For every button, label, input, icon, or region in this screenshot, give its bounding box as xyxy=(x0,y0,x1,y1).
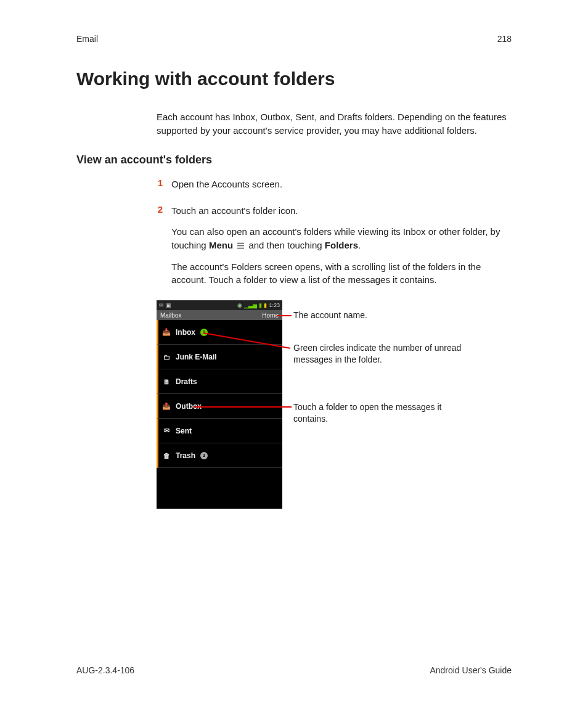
folder-trash[interactable]: 🗑 Trash 2 xyxy=(157,443,282,468)
step-body: Open the Accounts screen. xyxy=(171,178,512,199)
page-footer: AUG-2.3.4-106 Android User's Guide xyxy=(76,665,512,675)
page-title: Working with account folders xyxy=(76,68,512,89)
step-result: The account's Folders screen opens, with… xyxy=(171,260,512,287)
folder-inbox[interactable]: 📥 Inbox 1 xyxy=(157,320,282,345)
step-text: Open the Accounts screen. xyxy=(171,178,512,191)
subsection-heading: View an account's folders xyxy=(76,154,512,166)
folder-list: 📥 Inbox 1 🗀 Junk E-Mail 🗎 Drafts 📤 Outbo… xyxy=(157,320,282,468)
running-header: Email 218 xyxy=(76,34,512,44)
intro-paragraph: Each account has Inbox, Outbox, Sent, an… xyxy=(157,110,512,138)
doc-title: Android User's Guide xyxy=(430,665,512,675)
step-2: 2 Touch an account's folder icon. You ca… xyxy=(157,204,512,294)
folder-label: Inbox xyxy=(176,328,195,337)
sync-icon: ◉ xyxy=(237,302,242,308)
trash-icon: 🗑 xyxy=(162,451,171,460)
step-number: 1 xyxy=(157,178,163,199)
outbox-icon: 📤 xyxy=(162,402,171,411)
callout-account-name: The account name. xyxy=(293,310,466,321)
status-right-icons: ◉ ▁▃▅ ▮ ▮ 1:23 xyxy=(237,302,280,308)
step-text: Touch an account's folder icon. xyxy=(171,204,512,218)
folder-icon: 🗀 xyxy=(162,353,171,361)
callout-line xyxy=(194,406,292,408)
doc-id: AUG-2.3.4-106 xyxy=(76,665,134,675)
battery-icon: ▮ xyxy=(264,302,267,308)
callout-line xyxy=(277,315,292,316)
folder-label: Sent xyxy=(176,427,192,435)
folder-label: Trash xyxy=(176,451,195,460)
signal-icon: ▁▃▅ xyxy=(244,302,257,308)
step-body: Touch an account's folder icon. You can … xyxy=(171,204,512,294)
menu-icon xyxy=(237,239,245,253)
sent-icon: ✉ xyxy=(162,427,171,435)
callout-green-circles: Green circles indicate the number of unr… xyxy=(293,342,466,366)
menu-keyword: Menu xyxy=(209,240,233,250)
step-detail: You can also open an account's folders w… xyxy=(171,225,512,253)
mail-icon: ✉ xyxy=(159,302,164,308)
phone-screenshot: ✉ ▣ ◉ ▁▃▅ ▮ ▮ 1:23 Mailbox Home 📥 Inbox xyxy=(157,300,282,509)
account-name: Home xyxy=(262,312,279,319)
folders-keyword: Folders xyxy=(325,240,358,250)
step-number: 2 xyxy=(157,204,163,294)
folder-junk[interactable]: 🗀 Junk E-Mail xyxy=(157,345,282,369)
folder-label: Junk E-Mail xyxy=(176,353,217,361)
section-label: Email xyxy=(76,34,98,44)
title-bar: Mailbox Home xyxy=(157,310,282,320)
status-bar: ✉ ▣ ◉ ▁▃▅ ▮ ▮ 1:23 xyxy=(157,300,282,310)
inbox-icon: 📥 xyxy=(162,328,171,337)
callout-touch-folder: Touch a folder to open the messages it c… xyxy=(293,401,466,425)
clock: 1:23 xyxy=(269,302,280,308)
page-number: 218 xyxy=(497,34,512,44)
status-left-icons: ✉ ▣ xyxy=(159,302,171,308)
folder-label: Drafts xyxy=(176,377,197,386)
app-icon: ▣ xyxy=(166,302,171,308)
steps-list: 1 Open the Accounts screen. 2 Touch an a… xyxy=(157,178,512,295)
step-1: 1 Open the Accounts screen. xyxy=(157,178,512,199)
folder-sent[interactable]: ✉ Sent xyxy=(157,419,282,443)
drafts-icon: 🗎 xyxy=(162,377,171,386)
folder-drafts[interactable]: 🗎 Drafts xyxy=(157,369,282,394)
count-badge: 2 xyxy=(200,452,208,459)
signal-icon: ▮ xyxy=(259,302,262,308)
mailbox-label: Mailbox xyxy=(160,312,181,319)
figure: ✉ ▣ ◉ ▁▃▅ ▮ ▮ 1:23 Mailbox Home 📥 Inbox xyxy=(157,300,512,510)
